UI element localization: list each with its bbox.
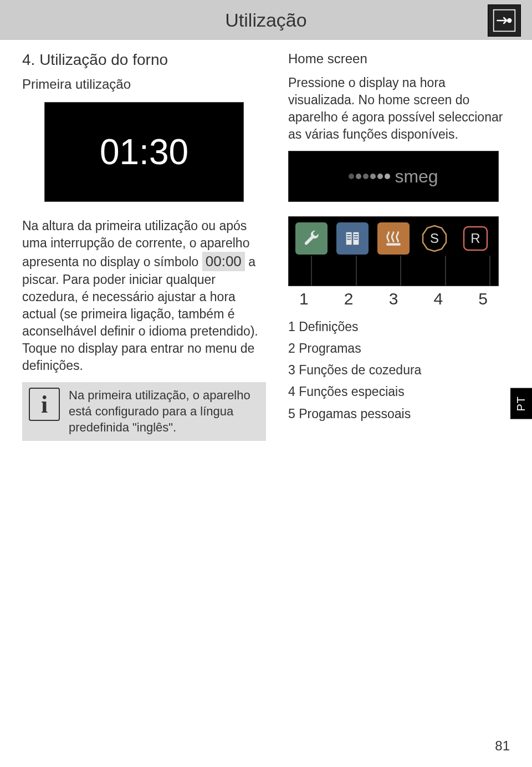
cooking-tile[interactable] <box>377 222 410 255</box>
num-3: 3 <box>389 289 398 308</box>
num-5: 5 <box>478 289 488 308</box>
language-tab: PT <box>510 388 532 419</box>
svg-text:S: S <box>430 231 439 246</box>
clock-time: 01:30 <box>100 131 188 172</box>
clock-display: 01:30 <box>44 102 244 202</box>
badge-r-icon: R <box>461 224 490 253</box>
special-tile[interactable]: S <box>418 222 451 255</box>
svg-text:R: R <box>470 231 480 246</box>
pointer-hand-icon <box>488 4 521 37</box>
legend-list: 1 Definições 2 Programas 3 Funções de co… <box>288 316 510 424</box>
legend-item-3: 3 Funções de cozedura <box>288 359 510 381</box>
left-column: 4. Utilização do forno Primeira utilizaç… <box>22 51 266 441</box>
para1b: a piscar. Para poder iniciar qualquer co… <box>22 255 258 373</box>
home-screen-paragraph: Pressione o display na hora visualizada.… <box>288 74 510 143</box>
content-area: 4. Utilização do forno Primeira utilizaç… <box>0 40 532 441</box>
brand-screen: smeg <box>288 151 499 202</box>
home-screen-heading: Home screen <box>288 51 510 67</box>
info-icon: i <box>29 388 60 421</box>
smeg-logo: smeg <box>349 166 438 187</box>
programs-tile[interactable] <box>336 222 369 255</box>
legend-item-4: 4 Funções especiais <box>288 381 510 403</box>
heat-icon <box>384 229 403 248</box>
legend-item-1: 1 Definições <box>288 316 510 338</box>
page-number: 81 <box>495 738 510 754</box>
paragraph-first-use: Na altura da primeira utilização ou após… <box>22 217 266 374</box>
home-icon-row: S R <box>295 222 492 255</box>
legend-item-5: 5 Progamas pessoais <box>288 403 510 425</box>
info-callout: i Na primeira utilização, o aparelho est… <box>22 382 266 441</box>
settings-tile[interactable] <box>295 222 328 255</box>
home-icon-row-screen: S R <box>288 216 499 286</box>
right-column: Home screen Pressione o display na hora … <box>288 51 510 441</box>
personal-tile[interactable]: R <box>459 222 492 255</box>
num-2: 2 <box>344 289 354 308</box>
info-text: Na primeira utilização, o aparelho está … <box>69 388 259 435</box>
inline-time-badge: 00:00 <box>202 252 245 271</box>
subheading-first-use: Primeira utilização <box>22 77 266 92</box>
brand-text: smeg <box>395 166 438 187</box>
icon-numbers-row: 1 2 3 4 5 <box>288 289 499 308</box>
leader-lines <box>295 256 506 286</box>
num-4: 4 <box>433 289 443 308</box>
header-bar: Utilização <box>0 0 532 40</box>
wrench-icon <box>302 229 321 248</box>
book-icon <box>343 229 362 248</box>
smeg-dots-icon <box>349 174 390 179</box>
section-heading: 4. Utilização do forno <box>22 51 266 69</box>
svg-rect-2 <box>386 243 401 246</box>
page-title: Utilização <box>225 9 306 31</box>
badge-s-icon: S <box>420 224 449 253</box>
svg-point-1 <box>507 18 511 23</box>
num-1: 1 <box>299 289 309 308</box>
legend-item-2: 2 Programas <box>288 338 510 359</box>
